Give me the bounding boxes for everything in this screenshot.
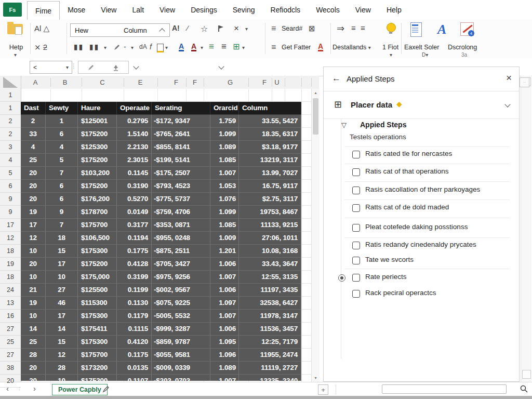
menu-tab-help-10[interactable]: Help [379, 0, 409, 20]
table-cell[interactable]: $175300 [78, 245, 117, 258]
boxed-x-icon[interactable]: ⊠ [309, 24, 315, 33]
table-cell[interactable]: 4 [46, 141, 78, 154]
table-cell[interactable]: 14 [21, 323, 46, 336]
table-header-cell[interactable]: Haure [78, 102, 117, 115]
table-cell[interactable]: $173200 [78, 362, 117, 375]
table-cell[interactable]: 1.007 [210, 310, 239, 323]
fiot-dropdown-icon[interactable]: ▾ [390, 52, 392, 58]
column-header-u-8[interactable]: U [274, 76, 279, 89]
table-cell[interactable]: 1.009 [210, 232, 239, 245]
table-cell[interactable]: 0.3177 [117, 219, 152, 232]
table-header-cell[interactable]: Operaate [117, 102, 152, 115]
table-cell[interactable]: 10 [21, 310, 46, 323]
table-cell[interactable]: 12235, 2240 [239, 375, 301, 381]
name-style-combobox[interactable]: Hew Column [70, 23, 170, 37]
table-dropdown-icon[interactable]: ▾ [242, 45, 245, 50]
step-label[interactable]: Tate we svcorts [365, 256, 414, 263]
menu-tab-mose-1[interactable]: Mose [60, 0, 93, 20]
row-header-13[interactable]: 19 [0, 258, 21, 271]
table-cell[interactable]: $125001 [78, 115, 117, 128]
table-cell[interactable]: 4 [21, 141, 46, 154]
row-header-6[interactable]: 5 [0, 167, 21, 180]
table-cell[interactable]: 1.085 [210, 154, 239, 167]
table-header-cell[interactable]: Dast [21, 102, 46, 115]
step-item-3[interactable]: Ratts cat of de dold maded [324, 203, 519, 214]
table-cell[interactable]: -$705, 3427 [152, 258, 210, 271]
table-cell[interactable]: 10.08, 3168 [239, 245, 301, 258]
fiot-label[interactable]: 1 Fiot [382, 44, 398, 51]
table-green-icon[interactable]: ⊞ [233, 42, 240, 51]
table-cell[interactable]: 19 [21, 297, 46, 310]
pen-dropdown-icon[interactable]: ▾ [131, 45, 134, 50]
name-box[interactable]: < ▾ [30, 61, 72, 74]
clipboard-dropdown-icon[interactable]: ▾ [165, 45, 168, 50]
table-cell[interactable]: $175,000 [78, 271, 117, 284]
table-cell[interactable]: $178700 [78, 206, 117, 219]
pause-dropdown-icon[interactable]: ▾ [104, 45, 107, 50]
row-header-21[interactable]: 38 [0, 362, 21, 375]
scroll-down-icon[interactable]: ▾ [312, 374, 320, 382]
edit-pencil-icon[interactable] [102, 385, 110, 393]
table-cell[interactable]: 1.007 [210, 167, 239, 180]
table-cell[interactable]: $175200 [78, 180, 117, 193]
table-cell[interactable]: 2.3015 [117, 154, 152, 167]
table-cell[interactable]: 0.1115 [117, 323, 152, 336]
font-color-red-icon[interactable]: A [191, 43, 196, 51]
table-cell[interactable]: 10 [21, 271, 46, 284]
table-cell[interactable]: 9 [46, 206, 78, 219]
table-cell[interactable]: -$172, 9347 [152, 115, 210, 128]
scroll-thumb[interactable] [313, 98, 318, 135]
name-box-dropdown-icon[interactable]: ▾ [66, 64, 69, 70]
table-cell[interactable]: $175300 [78, 336, 117, 349]
step-checkbox[interactable] [352, 274, 360, 282]
radio-icon[interactable] [338, 274, 345, 282]
header-mini-box[interactable]: ·· [520, 77, 529, 87]
table-header-cell[interactable]: Sewty [46, 102, 78, 115]
table-cell[interactable]: 0.2795 [117, 115, 152, 128]
table-cell[interactable]: 10 [46, 271, 78, 284]
table-cell[interactable]: 12 [46, 349, 78, 362]
table-cell[interactable]: 0.1194 [117, 232, 152, 245]
table-cell[interactable]: $176,200 [78, 193, 117, 206]
back-arrow-icon[interactable]: ← [332, 73, 341, 84]
column-header-c-2[interactable]: C [100, 76, 104, 89]
step-checkbox[interactable] [352, 151, 360, 158]
menu-tab-desings-5[interactable]: Desings [183, 0, 225, 20]
table-cell[interactable]: 6 [46, 193, 78, 206]
table-cell[interactable]: 0.1775 [117, 245, 152, 258]
table-cell[interactable]: 1.007 [210, 271, 239, 284]
destallands-label[interactable]: Destallands ▾ [332, 44, 371, 51]
table-cell[interactable]: 11536, 3457 [239, 323, 301, 336]
pause-icon-1[interactable]: ▮▮ [74, 43, 84, 51]
step-checkbox[interactable] [352, 187, 360, 194]
table-cell[interactable]: $2.75, 3117 [239, 193, 301, 206]
table-cell[interactable]: 10 [21, 245, 46, 258]
table-cell[interactable]: 0.3199 [117, 271, 152, 284]
table-cell[interactable]: $175200 [78, 375, 117, 381]
table-cell[interactable]: 11133, 9215 [239, 219, 301, 232]
table-cell[interactable]: 18.35, 6317 [239, 128, 301, 141]
help-label[interactable]: Hetp [4, 44, 28, 51]
table-cell[interactable]: $106,500 [78, 232, 117, 245]
table-cell[interactable]: 1.006 [210, 258, 239, 271]
step-label[interactable]: Ratis cat of that operations [365, 167, 449, 175]
table-cell[interactable]: -$859, 9787 [152, 336, 210, 349]
table-cell[interactable]: $175700 [78, 349, 117, 362]
search-icon[interactable] [520, 384, 528, 393]
cut-format-icon[interactable]: ⨯ ƻ [34, 43, 47, 52]
tools-dropdown-icon[interactable] [133, 63, 139, 69]
table-cell[interactable]: 0.4128 [117, 258, 152, 271]
eaxelt-soler-label[interactable]: Eaxelt Soler [404, 44, 439, 51]
column-header-f-7[interactable]: F [262, 76, 267, 89]
table-cell[interactable]: 1.097 [210, 297, 239, 310]
column-header-b-1[interactable]: B [63, 76, 68, 89]
row-header-9[interactable]: 9 [0, 206, 21, 219]
row-header-7[interactable]: 6 [0, 180, 21, 193]
table-cell[interactable]: 1.089 [210, 141, 239, 154]
table-cell[interactable]: $103,200 [78, 167, 117, 180]
table-cell[interactable]: -$009, 0339 [152, 362, 210, 375]
step-checkbox[interactable] [352, 168, 360, 176]
table-cell[interactable]: $3.18, 9177 [239, 141, 301, 154]
table-cell[interactable]: 0.1179 [117, 310, 152, 323]
table-cell[interactable]: 0.1145 [117, 167, 152, 180]
